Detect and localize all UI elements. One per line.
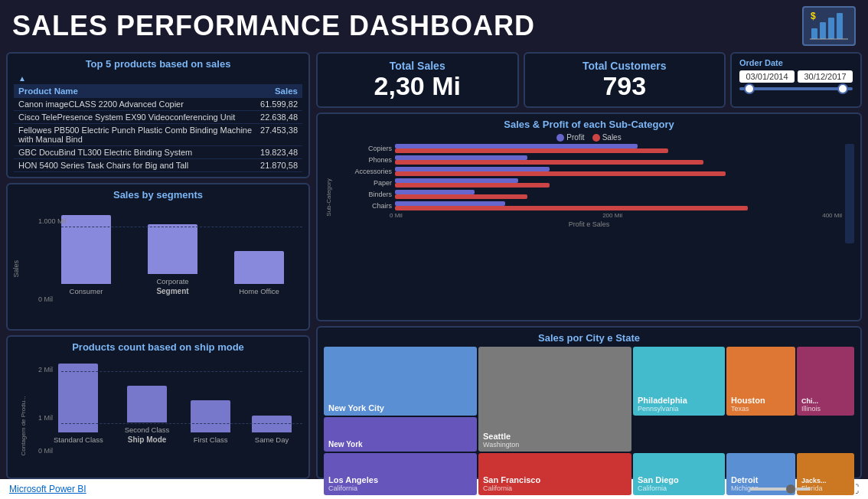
slider-thumb-left[interactable] — [744, 83, 755, 94]
ship-bars: Standard Class Second Class Ship Mode Fi… — [43, 362, 302, 444]
table-header-row: Product Name Sales — [14, 84, 302, 98]
y-tick-high: 1.000 Mil — [38, 217, 67, 225]
h-bar-row: Phones — [342, 155, 836, 165]
product-name: HON 5400 Series Task Chairs for Big and … — [18, 161, 188, 170]
bar-sameday-label: Same Day — [255, 435, 289, 444]
left-panel: Top 5 products based on sales ▲ Product … — [6, 52, 310, 479]
slider-thumb-right[interactable] — [837, 83, 848, 94]
shipmode-ytick-1: 1 Mil — [38, 414, 53, 422]
segments-title: Sales by segments — [14, 189, 302, 201]
top-products-title: Top 5 products based on sales — [14, 58, 302, 70]
order-date-card: Order Date 03/01/2014 30/12/2017 — [730, 52, 862, 108]
bar-corporate-rect — [148, 224, 197, 274]
tm-seattle: Seattle Washington — [478, 347, 631, 452]
product-sales: 21.870,58 — [260, 161, 298, 170]
main-content: Top 5 products based on sales ▲ Product … — [0, 49, 868, 479]
bar-sameday-rect — [252, 416, 292, 432]
h-bar-track — [395, 178, 836, 188]
ship-dash2 — [61, 423, 302, 424]
h-bar-track — [395, 144, 836, 153]
total-customers-value: 793 — [534, 72, 716, 100]
h-bar-track — [395, 201, 836, 210]
profit-x-label: Profit e Sales — [336, 220, 842, 228]
svg-rect-0 — [811, 28, 817, 39]
right-panel: Total Sales 2,30 Mi Total Customers 793 … — [316, 52, 862, 479]
h-bar-label: Copiers — [342, 145, 392, 152]
h-bar-row: Paper — [342, 178, 836, 188]
tm-chicago: Chi... Illinois — [797, 347, 854, 416]
svg-rect-2 — [828, 18, 834, 39]
h-bar-track — [395, 190, 836, 199]
shipmode-y-label: Contagem de Produ... — [20, 410, 27, 456]
tm-houston: Houston Texas — [726, 347, 795, 416]
bar-first-label: First Class — [194, 435, 228, 444]
treemap: New York City Seattle Washington Philade… — [324, 347, 854, 473]
zoom-thumb[interactable] — [786, 484, 795, 494]
segments-y-label: Sales — [12, 260, 20, 278]
h-bar-label: Accessories — [342, 168, 392, 175]
profit-y-label: Sub-Category — [282, 193, 374, 202]
horizontal-bars: Copiers Phones Accessories Paper Binders… — [336, 144, 842, 210]
bar-second-label: Second Class — [125, 426, 170, 434]
tm-newyorkcity: New York City — [324, 347, 477, 416]
shipmode-ytick-0: 0 Mil — [38, 447, 53, 455]
product-sales: 61.599,82 — [260, 99, 298, 109]
tm-sanfrancisco: San Francisco California — [478, 453, 631, 495]
date-inputs: 03/01/2014 30/12/2017 — [739, 70, 853, 83]
header-icon: $ — [802, 6, 856, 46]
h-axis-200: 200 Mil — [602, 212, 622, 219]
date-from[interactable]: 03/01/2014 — [739, 70, 795, 83]
sort-indicator: ▲ — [14, 73, 302, 84]
col-sales-header: Sales — [275, 86, 298, 96]
bar-sameday: Same Day — [252, 416, 292, 444]
total-sales-value: 2,30 Mi — [327, 72, 508, 100]
total-sales-label: Total Sales — [327, 60, 508, 72]
product-name: Canon imageCLASS 2200 Advanced Copier — [18, 99, 184, 109]
bar-corporate-label: Corporate — [156, 277, 188, 285]
h-axis-400: 400 Mil — [822, 212, 842, 219]
order-date-label: Order Date — [739, 58, 853, 67]
product-sales: 22.638,48 — [260, 113, 298, 122]
shipmode-x-label: Ship Mode — [128, 435, 167, 444]
h-bar-sales — [395, 148, 668, 153]
table-row: HON 5400 Series Task Chairs for Big and … — [14, 159, 302, 172]
profit-bars-container: Copiers Phones Accessories Paper Binders… — [336, 144, 842, 243]
h-axis-0: 0 Mil — [390, 212, 403, 219]
h-axis: 0 Mil 200 Mil 400 Mil — [336, 212, 842, 219]
h-bar-row: Accessories — [342, 167, 836, 176]
h-bar-row: Chairs — [342, 201, 836, 210]
legend-profit: Profit — [556, 133, 584, 142]
zoom-slider[interactable] — [749, 488, 811, 491]
dashed-line-top — [61, 227, 302, 227]
city-title: Sales por City e State — [324, 332, 854, 344]
bar-first-rect — [191, 400, 230, 432]
date-to[interactable]: 30/12/2017 — [798, 70, 853, 83]
bar-homeoffice: Home Office — [234, 251, 284, 295]
date-slider-track[interactable] — [739, 87, 853, 90]
profit-scrollbar[interactable] — [845, 144, 854, 243]
profit-card: Sales & Profit of each Sub-Category Prof… — [316, 113, 862, 321]
bar-consumer-label: Consumer — [70, 287, 103, 295]
table-row: GBC DocuBind TL300 Electric Binding Syst… — [14, 146, 302, 159]
profit-title: Sales & Profit of each Sub-Category — [324, 119, 854, 130]
h-bar-label: Chairs — [342, 202, 392, 210]
tm-newyork: New York — [324, 417, 477, 452]
ship-mode-title: Products count based on ship mode — [14, 341, 302, 353]
h-bar-label: Paper — [342, 179, 392, 187]
ship-mode-card: Products count based on ship mode Contag… — [6, 335, 310, 479]
legend-sales-dot — [592, 134, 600, 142]
table-row: Cisco TelePresence System EX90 Videoconf… — [14, 111, 302, 124]
total-customers-label: Total Customers — [534, 60, 716, 72]
dashboard: SALES PERFORMANCE DASHBOARD $ Top 5 prod… — [0, 0, 868, 499]
ship-mode-chart: Contagem de Produ... 2 Mil 1 Mil 0 Mil S… — [14, 362, 302, 473]
top-products-card: Top 5 products based on sales ▲ Product … — [6, 52, 310, 178]
powerbi-link[interactable]: Microsoft Power BI — [9, 484, 86, 494]
kpi-row: Total Sales 2,30 Mi Total Customers 793 … — [316, 52, 862, 108]
legend-profit-dot — [556, 134, 564, 142]
bar-standard-label: Standard Class — [54, 435, 103, 444]
h-bar-sales — [395, 160, 703, 165]
tm-sandiego: San Diego California — [633, 453, 725, 495]
bar-consumer-rect — [61, 215, 111, 284]
segments-card: Sales by segments Sales 1.000 Mil 0 Mil … — [6, 183, 310, 331]
kpi-total-sales: Total Sales 2,30 Mi — [316, 52, 519, 108]
